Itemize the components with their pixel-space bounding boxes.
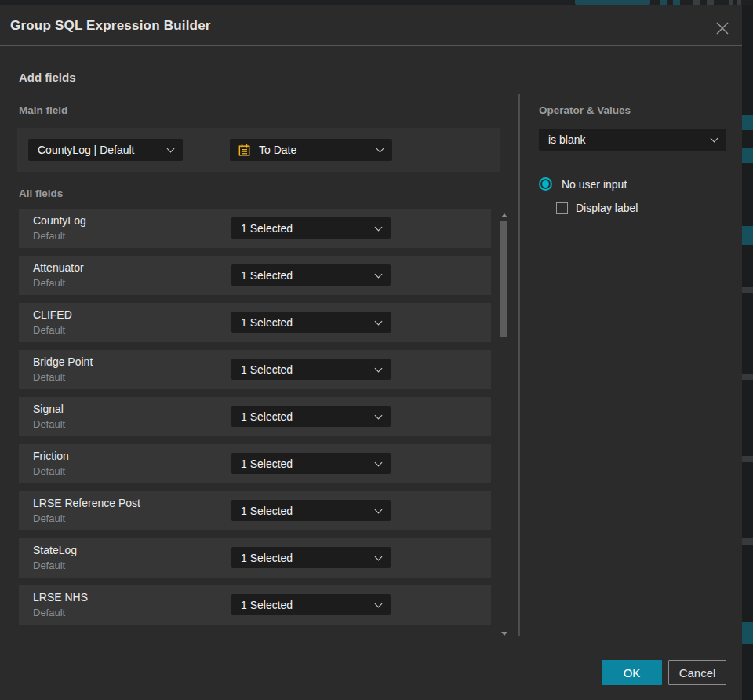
sidebar-fragment: [742, 115, 753, 130]
operator-select-value: is blank: [548, 133, 585, 146]
main-field-select[interactable]: CountyLog | Default: [28, 139, 183, 161]
field-name: CountyLog: [33, 214, 86, 227]
field-row-friction: Friction Default 1 Selected: [19, 444, 491, 483]
selected-count: 1 Selected: [241, 410, 293, 423]
field-selected-dropdown[interactable]: 1 Selected: [231, 312, 391, 333]
live-view-label: Live View: [598, 0, 635, 2]
field-name: StateLog: [33, 544, 77, 556]
field-name: CLIFED: [33, 308, 72, 321]
sidebar-fragment: [742, 226, 753, 245]
selected-count: 1 Selected: [241, 222, 293, 235]
calendar-date-icon: [238, 144, 251, 157]
radio-selected-icon: [539, 177, 552, 191]
chevron-down-icon: [375, 365, 383, 373]
sidebar-fragment: [742, 374, 753, 380]
chevron-down-icon: [375, 318, 383, 326]
selected-count: 1 Selected: [241, 505, 293, 517]
selected-count: 1 Selected: [241, 316, 293, 329]
selected-count: 1 Selected: [241, 363, 293, 376]
all-fields-label: All fields: [19, 188, 63, 199]
all-fields-scrollbar[interactable]: [499, 212, 510, 637]
selected-count: 1 Selected: [241, 269, 293, 282]
group-sql-expression-builder-dialog: Group SQL Expression Builder Add fields …: [0, 5, 742, 700]
main-field-container: CountyLog | Default To Date: [17, 128, 500, 172]
panel-divider: [518, 94, 520, 636]
sidebar-fragment: [742, 148, 753, 163]
chevron-down-icon: [167, 145, 175, 153]
dialog-title: Group SQL Expression Builder: [10, 18, 211, 34]
sidebar-fragment: [742, 287, 753, 293]
field-subtitle: Default: [33, 324, 65, 336]
ok-button[interactable]: OK: [602, 660, 662, 685]
underlying-app-right-strip: [742, 5, 753, 700]
radio-label: No user input: [562, 178, 627, 191]
chevron-down-icon: [375, 224, 383, 232]
scroll-up-icon[interactable]: [501, 213, 507, 217]
field-row-countylog: CountyLog Default 1 Selected: [19, 209, 491, 248]
field-selected-dropdown[interactable]: 1 Selected: [231, 547, 391, 568]
selected-count: 1 Selected: [241, 599, 293, 611]
field-selected-dropdown[interactable]: 1 Selected: [231, 264, 391, 286]
chevron-down-icon: [711, 135, 718, 143]
cancel-button[interactable]: Cancel: [668, 660, 726, 685]
field-subtitle: Default: [33, 607, 65, 618]
dialog-header: Group SQL Expression Builder: [0, 5, 742, 46]
sidebar-fragment: [742, 622, 753, 644]
field-subtitle: Default: [33, 465, 65, 477]
field-subtitle: Default: [33, 560, 65, 571]
selected-count: 1 Selected: [241, 552, 293, 564]
checkbox-label: Display label: [576, 202, 638, 214]
field-row-bridge-point: Bridge Point Default 1 Selected: [19, 350, 491, 389]
main-field-label: Main field: [19, 104, 67, 116]
field-name: LRSE Reference Post: [33, 497, 140, 509]
close-icon[interactable]: [714, 20, 731, 37]
chevron-down-icon: [375, 459, 383, 467]
field-row-lrse-nhs: LRSE NHS Default 1 Selected: [19, 585, 491, 625]
field-subtitle: Default: [33, 277, 65, 289]
field-name: Friction: [33, 450, 69, 462]
field-row-signal: Signal Default 1 Selected: [19, 397, 491, 436]
selected-count: 1 Selected: [241, 458, 293, 470]
field-selected-dropdown[interactable]: 1 Selected: [231, 594, 391, 615]
add-fields-heading: Add fields: [19, 71, 76, 84]
field-selected-dropdown[interactable]: 1 Selected: [231, 359, 391, 380]
field-row-statelog: StateLog Default 1 Selected: [19, 538, 491, 578]
field-name: LRSE NHS: [33, 591, 88, 603]
display-label-checkbox[interactable]: Display label: [556, 202, 638, 214]
field-row-lrse-reference-post: LRSE Reference Post Default 1 Selected: [19, 491, 491, 530]
field-subtitle: Default: [33, 230, 65, 242]
field-subtitle: Default: [33, 418, 65, 430]
scroll-down-icon[interactable]: [501, 632, 507, 636]
main-field-type-select[interactable]: To Date: [230, 139, 392, 161]
field-name: Attenuator: [33, 261, 84, 274]
field-row-clifed: CLIFED Default 1 Selected: [19, 303, 491, 342]
field-subtitle: Default: [33, 371, 65, 383]
checkbox-unchecked-icon: [556, 202, 568, 214]
chevron-down-icon: [376, 145, 384, 153]
field-selected-dropdown[interactable]: 1 Selected: [231, 217, 391, 239]
sidebar-fragment: [742, 456, 753, 462]
field-row-attenuator: Attenuator Default 1 Selected: [19, 256, 491, 295]
field-selected-dropdown[interactable]: 1 Selected: [231, 406, 391, 427]
field-subtitle: Default: [33, 512, 65, 524]
main-field-select-value: CountyLog | Default: [38, 144, 135, 156]
field-name: Bridge Point: [33, 355, 93, 368]
operator-select[interactable]: is blank: [539, 129, 726, 151]
main-field-type-value: To Date: [259, 144, 296, 156]
scrollbar-thumb[interactable]: [500, 221, 507, 337]
field-selected-dropdown[interactable]: 1 Selected: [231, 453, 391, 474]
operator-values-label: Operator & Values: [539, 104, 631, 116]
chevron-down-icon: [375, 271, 383, 279]
chevron-down-icon: [375, 412, 383, 420]
no-user-input-radio[interactable]: No user input: [539, 177, 627, 191]
sidebar-fragment: [742, 538, 753, 545]
chevron-down-icon: [375, 553, 383, 561]
field-selected-dropdown[interactable]: 1 Selected: [231, 500, 391, 521]
chevron-down-icon: [375, 600, 383, 608]
field-name: Signal: [33, 403, 64, 415]
chevron-down-icon: [375, 506, 383, 514]
